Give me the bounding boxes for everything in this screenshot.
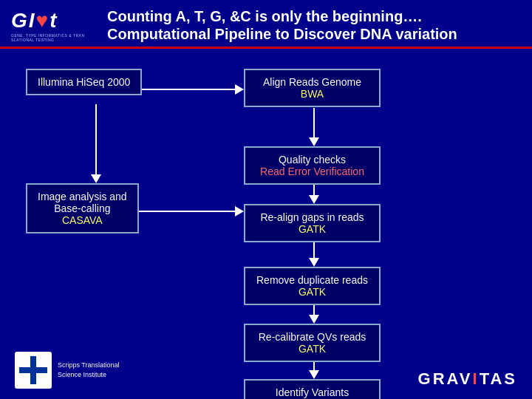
svg-marker-3 — [91, 174, 101, 183]
realign-gaps-box: Re-align gaps in reads GATK — [244, 204, 381, 242]
svg-marker-11 — [309, 315, 319, 324]
logo-subtitle: GENE, TYPE INFORMATICS & TRANSLATIONAL T… — [11, 33, 85, 42]
scripps-text: Scripps Translational Science Institute — [58, 361, 120, 379]
casava-box: Image analysis and Base-calling CASAVA — [26, 183, 139, 233]
header: GI♥t GENE, TYPE INFORMATICS & TRANSLATIO… — [0, 0, 532, 49]
logo-area: GI♥t GENE, TYPE INFORMATICS & TRANSLATIO… — [11, 9, 92, 42]
title-line1: Counting A, T, G, &C is only the beginni… — [107, 7, 521, 25]
main-content: Illumina HiSeq 2000 Image analysis and B… — [0, 52, 532, 392]
identify-variants-box: Identify Variants GATK — [244, 379, 381, 399]
svg-marker-13 — [309, 370, 319, 379]
scripps-logo: Scripps Translational Science Institute — [15, 352, 120, 389]
gravitas-logo: GRAVITAS — [418, 369, 517, 389]
gift-logo: GI♥t — [11, 9, 58, 33]
quality-checks-box: Quality checks Read Error Verification — [244, 146, 381, 185]
illumina-box: Illumina HiSeq 2000 — [26, 69, 142, 95]
svg-marker-7 — [309, 195, 319, 204]
svg-marker-9 — [309, 258, 319, 267]
align-reads-box: Align Reads Genome BWA — [244, 69, 381, 107]
svg-rect-18 — [19, 367, 47, 373]
svg-marker-5 — [309, 137, 319, 146]
scripps-icon — [15, 352, 52, 389]
svg-marker-1 — [235, 84, 244, 95]
title-line2: Computational Pipeline to Discover DNA v… — [107, 25, 521, 43]
header-titles: Counting A, T, G, &C is only the beginni… — [107, 7, 521, 43]
red-divider — [0, 47, 532, 49]
recalibrate-box: Re-calibrate QVs reads GATK — [244, 324, 381, 362]
remove-duplicates-box: Remove duplicate reads GATK — [244, 267, 381, 305]
svg-marker-15 — [235, 206, 244, 216]
